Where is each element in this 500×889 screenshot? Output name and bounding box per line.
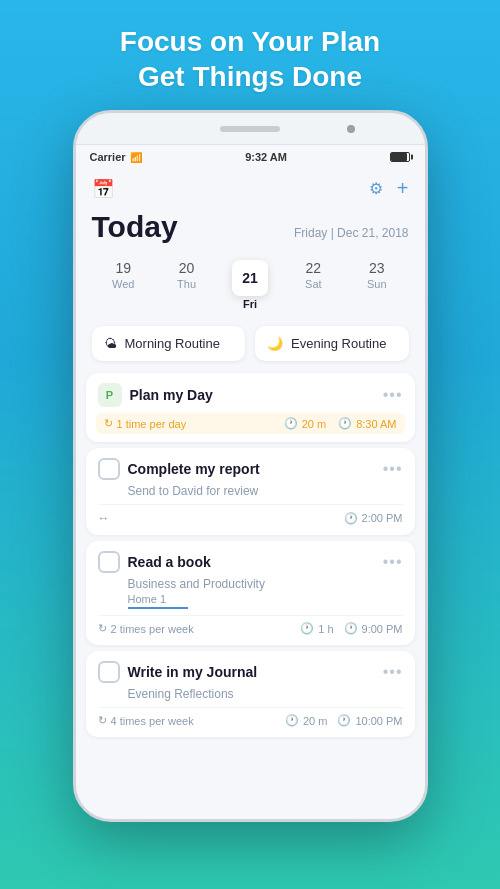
calendar-strip: 19 Wed 20 Thu 21 Fri 22 Sat 23 Sun: [76, 254, 425, 320]
evening-icon: 🌙: [267, 336, 283, 351]
camera: [347, 125, 355, 133]
journal-duration: 20 m: [303, 715, 327, 727]
time-clock-icon: 🕐: [338, 417, 352, 430]
task-list: P Plan my Day ••• ↻ 1 time per day 🕐: [76, 373, 425, 737]
report-title: Complete my report: [128, 461, 260, 477]
journal-more-button[interactable]: •••: [383, 663, 403, 681]
battery-icon: [390, 152, 410, 162]
journal-duration-icon: 🕐: [285, 714, 299, 727]
phone-frame: Carrier 📶 9:32 AM 📅 ⚙ + Tod: [73, 110, 428, 822]
book-title: Read a book: [128, 554, 211, 570]
book-more-button[interactable]: •••: [383, 553, 403, 571]
phone-top-bar: [76, 113, 425, 145]
task-write-journal: Write in my Journal ••• Evening Reflecti…: [86, 651, 415, 737]
task-read-book: Read a book ••• Business and Productivit…: [86, 541, 415, 645]
book-time: 9:00 PM: [362, 623, 403, 635]
plan-duration: 20 m: [302, 418, 326, 430]
plan-title: Plan my Day: [130, 387, 213, 403]
add-button[interactable]: +: [397, 177, 409, 200]
today-title: Today: [92, 210, 178, 244]
repeat-icon: ↻: [104, 417, 113, 430]
cal-day-21[interactable]: 21 Fri: [228, 260, 272, 310]
morning-routine-label: Morning Routine: [125, 336, 220, 351]
speaker: [220, 126, 280, 132]
morning-icon: 🌤: [104, 336, 117, 351]
app-content: 📅 ⚙ + Today Friday | Dec 21, 2018 19 Wed…: [76, 169, 425, 819]
calendar-icon[interactable]: 📅: [92, 178, 114, 200]
date-label: Friday | Dec 21, 2018: [294, 226, 409, 240]
status-bar: Carrier 📶 9:32 AM: [76, 145, 425, 169]
toolbar: 📅 ⚙ +: [76, 169, 425, 206]
report-subtitle: Send to David for review: [128, 484, 403, 498]
phone-wrapper: Carrier 📶 9:32 AM 📅 ⚙ + Tod: [70, 110, 430, 889]
book-divider: [128, 607, 188, 609]
carrier-label: Carrier: [90, 151, 126, 163]
cal-day-20[interactable]: 20 Thu: [165, 260, 209, 310]
book-repeat-icon: ↻: [98, 622, 107, 635]
report-time: 2:00 PM: [362, 512, 403, 524]
book-tag: Home 1: [128, 593, 403, 605]
book-subtitle: Business and Productivity: [128, 577, 403, 591]
morning-routine-button[interactable]: 🌤 Morning Routine: [92, 326, 246, 361]
plan-icon: P: [98, 383, 122, 407]
task-plan-my-day: P Plan my Day ••• ↻ 1 time per day 🕐: [86, 373, 415, 442]
duration-clock-icon: 🕐: [284, 417, 298, 430]
journal-title: Write in my Journal: [128, 664, 258, 680]
hero-line1: Focus on Your Plan: [120, 24, 380, 59]
hero-line2: Get Things Done: [120, 59, 380, 94]
book-checkbox[interactable]: [98, 551, 120, 573]
wifi-icon: 📶: [130, 152, 142, 163]
evening-routine-button[interactable]: 🌙 Evening Routine: [255, 326, 409, 361]
journal-subtitle: Evening Reflections: [128, 687, 403, 701]
journal-time-icon: 🕐: [337, 714, 351, 727]
report-time-icon: 🕐: [344, 512, 358, 525]
report-checkbox[interactable]: [98, 458, 120, 480]
time-display: 9:32 AM: [245, 151, 287, 163]
plan-more-button[interactable]: •••: [383, 386, 403, 404]
evening-routine-label: Evening Routine: [291, 336, 386, 351]
book-duration-icon: 🕐: [300, 622, 314, 635]
journal-time: 10:00 PM: [355, 715, 402, 727]
header-section: Today Friday | Dec 21, 2018: [76, 206, 425, 254]
plan-footer: ↻ 1 time per day 🕐 20 m 🕐 8:30 AM: [96, 413, 405, 434]
cal-day-22[interactable]: 22 Sat: [291, 260, 335, 310]
routine-buttons: 🌤 Morning Routine 🌙 Evening Routine: [76, 320, 425, 373]
book-time-icon: 🕐: [344, 622, 358, 635]
hero-section: Focus on Your Plan Get Things Done: [100, 0, 400, 110]
plan-time: 8:30 AM: [356, 418, 396, 430]
cal-day-23[interactable]: 23 Sun: [355, 260, 399, 310]
cal-day-19[interactable]: 19 Wed: [101, 260, 145, 310]
filter-icon[interactable]: ⚙: [369, 179, 383, 198]
journal-repeat-icon: ↻: [98, 714, 107, 727]
report-arrow-icon: ↔: [98, 511, 110, 525]
book-duration: 1 h: [318, 623, 333, 635]
task-complete-report: Complete my report ••• Send to David for…: [86, 448, 415, 535]
book-frequency: 2 times per week: [111, 623, 194, 635]
report-more-button[interactable]: •••: [383, 460, 403, 478]
plan-frequency: 1 time per day: [117, 418, 187, 430]
journal-frequency: 4 times per week: [111, 715, 194, 727]
journal-checkbox[interactable]: [98, 661, 120, 683]
